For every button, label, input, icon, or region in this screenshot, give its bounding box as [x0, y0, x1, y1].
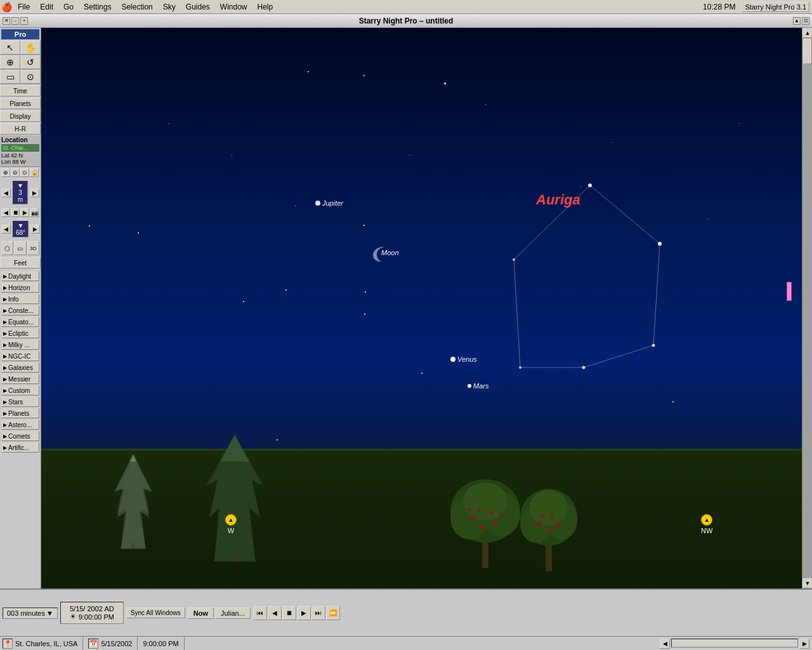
layer-milky[interactable]: ▶Milky ... — [1, 340, 39, 350]
layer-conste[interactable]: ▶Conste... — [1, 305, 39, 315]
compass-nw-icon: ▲ — [701, 514, 712, 526]
zoom-button[interactable]: + — [20, 17, 28, 25]
layer-ngcic[interactable]: ▶NGC-IC — [1, 351, 39, 361]
layer-horizon[interactable]: ▶Horizon — [1, 282, 39, 293]
now-button[interactable]: Now — [188, 607, 214, 619]
menu-sky[interactable]: Sky — [158, 1, 181, 13]
menu-window[interactable]: Window — [215, 1, 252, 13]
layer-messier[interactable]: ▶Messier — [1, 374, 39, 384]
time-step-next[interactable]: ▶ — [30, 189, 39, 197]
minimize-button[interactable]: – — [11, 17, 19, 25]
julian-button[interactable]: Julian... — [215, 607, 251, 619]
scroll-track[interactable] — [802, 38, 812, 578]
layer-comets[interactable]: ▶Comets — [1, 431, 39, 441]
altitude-unit[interactable]: Feet — [0, 257, 41, 269]
layer-info[interactable]: ▶Info — [1, 294, 39, 304]
play-first-btn[interactable]: ⏮ — [253, 606, 267, 620]
layer-ecliptic[interactable]: ▶Ecliptic — [1, 328, 39, 338]
view-3d[interactable]: 3D — [27, 241, 39, 255]
time-rate-box[interactable]: 003 minutes ▼ — [3, 607, 58, 619]
play-prev-btn[interactable]: ◀ — [268, 606, 282, 620]
date-time-box[interactable]: 5/15/ 2002 AD ☀ 9:00:00 PM — [60, 602, 124, 624]
play-camera[interactable]: 📷 — [30, 208, 39, 217]
menu-selection[interactable]: Selection — [116, 1, 157, 13]
rotate-tool[interactable]: ↺ — [20, 55, 41, 69]
layer-custom[interactable]: ▶Custom — [1, 385, 39, 395]
layer-astero[interactable]: ▶Astero... — [1, 420, 39, 430]
menu-file[interactable]: File — [13, 1, 35, 13]
zoom-out[interactable]: ◀ — [1, 225, 11, 234]
zoom-in-tool[interactable]: ⊕ — [0, 55, 20, 69]
window-title: Starry Night Pro – untitled — [359, 17, 454, 25]
play-reverse[interactable]: ◀ — [1, 208, 10, 217]
scroll-thumb[interactable] — [803, 39, 812, 64]
sky-view[interactable]: Auriga Jupiter Moon Venus Mars — [41, 28, 802, 588]
arrow-tool[interactable]: ↖ — [0, 41, 20, 55]
control-icon-1[interactable]: ⊕ — [1, 168, 10, 177]
apple-menu[interactable]: 🍎 — [0, 2, 13, 12]
layer-stars[interactable]: ▶Stars — [1, 397, 39, 407]
time-step-prev[interactable]: ◀ — [1, 189, 11, 197]
star — [707, 218, 708, 219]
planet-venus[interactable]: Venus — [450, 355, 477, 363]
menu-settings[interactable]: Settings — [79, 1, 116, 13]
play-fwd-btn[interactable]: ▶ — [297, 606, 311, 620]
app-name-menu[interactable]: Starry Night Pro 3.1 — [742, 2, 809, 12]
hand-tool[interactable]: ✋ — [20, 41, 41, 55]
star — [363, 75, 365, 76]
play-forward[interactable]: ▶ — [20, 208, 29, 217]
rect-select-tool[interactable]: ▭ — [0, 70, 20, 84]
view-flat[interactable]: ▭ — [14, 241, 26, 255]
collapse-button[interactable]: ▲ — [793, 17, 801, 25]
play-stop[interactable]: ⏹ — [11, 208, 20, 217]
time-button[interactable]: Time — [0, 85, 41, 96]
mars-dot — [468, 384, 471, 388]
control-icon-3[interactable]: ⊙ — [20, 168, 29, 177]
scroll-up-btn[interactable]: ▲ — [802, 28, 812, 38]
status-scroll-bar[interactable] — [671, 639, 798, 647]
resize-button[interactable]: ⊡ — [802, 17, 809, 25]
menu-go[interactable]: Go — [58, 1, 79, 13]
display-button[interactable]: Display — [0, 110, 41, 122]
layer-galaxies[interactable]: ▶Galaxies — [1, 362, 39, 373]
planet-jupiter[interactable]: Jupiter — [315, 199, 343, 207]
planets-button[interactable]: Planets — [0, 98, 41, 109]
status-right: ◀ ▶ — [660, 639, 809, 649]
play-fast-btn[interactable]: ⏩ — [326, 606, 340, 620]
view-spherical[interactable]: ⬡ — [1, 241, 13, 255]
scroll-down-btn[interactable]: ▼ — [802, 578, 812, 588]
play-last-btn[interactable]: ⏭ — [311, 606, 325, 620]
longitude-display: Lon 88 W — [1, 159, 39, 165]
right-scrollbar: ▲ ▼ — [802, 28, 812, 588]
star — [739, 123, 740, 124]
control-icon-2[interactable]: ⊖ — [11, 168, 20, 177]
svg-line-4 — [514, 260, 520, 368]
sync-button[interactable]: Sync All Windows — [126, 607, 185, 618]
menu-edit[interactable]: Edit — [35, 1, 58, 13]
latitude-display: Lat 42 N — [1, 152, 39, 159]
location-city[interactable]: St. Char... — [1, 144, 39, 152]
compass-w: ▲ W — [225, 514, 237, 534]
time-step-display[interactable]: ▼ 3 m — [13, 181, 28, 204]
status-scroll-left[interactable]: ◀ — [660, 639, 670, 649]
layer-artific[interactable]: ▶Artific... — [1, 442, 39, 453]
control-icon-4[interactable]: 🔒 — [30, 168, 39, 177]
close-button[interactable]: ✕ — [3, 17, 10, 25]
pink-tab[interactable] — [787, 282, 792, 301]
status-scroll-right[interactable]: ▶ — [799, 639, 809, 649]
menu-guides[interactable]: Guides — [181, 1, 215, 13]
zoom-in-btn[interactable]: ▶ — [30, 225, 40, 234]
layer-planets[interactable]: ▶Planets — [1, 408, 39, 418]
time-row: ☀ 9:00:00 PM — [63, 613, 121, 621]
play-stop-btn[interactable]: ⏹ — [282, 606, 296, 620]
moon-object[interactable]: Moon — [370, 244, 389, 264]
planet-mars[interactable]: Mars — [468, 382, 488, 390]
svg-line-1 — [653, 244, 660, 345]
layer-daylight[interactable]: ▶Daylight — [1, 271, 39, 281]
target-tool[interactable]: ⊙ — [20, 70, 41, 84]
menu-help[interactable]: Help — [252, 1, 278, 13]
compass-w-label: W — [228, 527, 234, 534]
layer-equato[interactable]: ▶Equato... — [1, 317, 39, 327]
hr-button[interactable]: H-R — [0, 123, 41, 135]
zoom-level-display[interactable]: ▼ 68° — [13, 221, 29, 237]
